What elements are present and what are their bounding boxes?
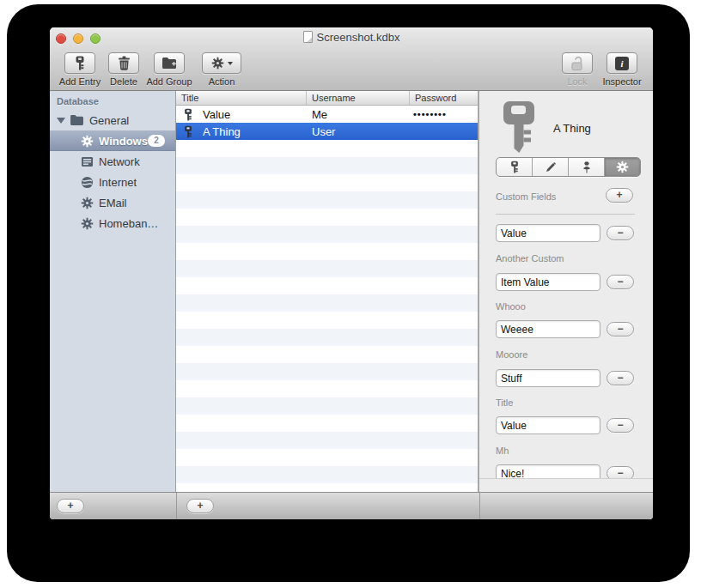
- tab-attachments[interactable]: [569, 158, 605, 176]
- inspector-label: Inspector: [602, 76, 641, 87]
- key-icon: [183, 108, 193, 121]
- key-icon: [183, 125, 193, 138]
- sidebar-section-header: Database: [50, 91, 175, 110]
- action-label: Action: [209, 76, 235, 87]
- gear-icon: [81, 217, 94, 230]
- entry-username: Me: [307, 106, 410, 123]
- custom-field-value-input[interactable]: [496, 416, 600, 434]
- custom-field-value-input[interactable]: [496, 224, 600, 242]
- sidebar-item-windows[interactable]: Windows 2: [50, 130, 175, 151]
- entry-password: ••••••••: [410, 106, 478, 123]
- folder-icon: [70, 114, 84, 126]
- tab-custom-fields[interactable]: [605, 158, 640, 176]
- custom-field-label: Whooo: [496, 301, 526, 312]
- sidebar-item-label: Windows: [99, 135, 148, 148]
- window-title: Screenshot.kdbx: [50, 31, 653, 44]
- table-row[interactable]: Value Me ••••••••: [176, 106, 478, 123]
- sidebar-item-email[interactable]: EMail: [50, 192, 175, 213]
- disclosure-triangle-icon[interactable]: [57, 118, 65, 124]
- entry-key-icon: [500, 101, 538, 155]
- add-entry-label: Add Entry: [59, 76, 101, 87]
- add-entry-bottom-button[interactable]: +: [186, 499, 214, 513]
- entry-username: User: [307, 123, 410, 140]
- sidebar-item-label: Homeban…: [99, 217, 158, 230]
- custom-fields-heading: Custom Fields: [496, 191, 556, 202]
- custom-field-value-input[interactable]: [496, 320, 600, 338]
- document-icon: [303, 31, 313, 43]
- pushpin-icon: [581, 161, 593, 174]
- lock-button[interactable]: Lock: [556, 52, 599, 87]
- column-header-username[interactable]: Username: [307, 91, 410, 105]
- action-button[interactable]: Action: [199, 52, 244, 87]
- sidebar-item-label: General: [89, 114, 129, 127]
- pencil-icon: [545, 161, 557, 173]
- table-header: Title Username Password: [176, 91, 478, 106]
- add-group-button[interactable]: Add Group: [139, 52, 199, 87]
- sidebar-item-homebanking[interactable]: Homeban…: [50, 213, 175, 233]
- app-window: Screenshot.kdbx Add Entry Delete: [50, 27, 653, 519]
- server-icon: [81, 156, 94, 167]
- folder-plus-icon: [162, 57, 177, 70]
- custom-field-value-input[interactable]: [496, 369, 600, 387]
- sidebar-item-internet[interactable]: Internet: [50, 172, 175, 192]
- custom-field-label: Mooore: [496, 349, 527, 360]
- add-group-label: Add Group: [146, 76, 192, 87]
- content-area: Database General Windows 2: [50, 91, 653, 492]
- screenshot-page: Screenshot.kdbx Add Entry Delete: [0, 0, 701, 588]
- sidebar-item-label: Network: [99, 155, 140, 168]
- sidebar-item-general[interactable]: General: [50, 110, 175, 130]
- tab-notes[interactable]: [533, 158, 569, 176]
- remove-field-button[interactable]: −: [607, 275, 634, 289]
- remove-field-button[interactable]: −: [607, 322, 634, 336]
- info-icon: i: [615, 57, 629, 70]
- gear-icon: [81, 135, 94, 148]
- remove-field-button[interactable]: −: [607, 418, 634, 433]
- custom-field-label: Title: [496, 397, 513, 408]
- key-icon: [74, 56, 86, 70]
- custom-field-value-input[interactable]: [496, 464, 600, 479]
- inspector-entry-title: A Thing: [553, 122, 591, 135]
- custom-field-label: Another Custom: [496, 253, 564, 264]
- inspector-panel: A Thing: [479, 91, 653, 492]
- add-group-bottom-button[interactable]: +: [57, 499, 84, 513]
- tab-general[interactable]: [497, 158, 533, 176]
- sidebar-item-label: EMail: [99, 197, 127, 209]
- entry-password: [410, 123, 478, 140]
- column-header-password[interactable]: Password: [410, 91, 478, 105]
- remove-field-button[interactable]: −: [607, 466, 634, 479]
- inspector-tab-bar: [496, 157, 641, 177]
- delete-label: Delete: [110, 76, 137, 87]
- divider: [479, 493, 480, 519]
- table-row-selected[interactable]: A Thing User: [176, 123, 478, 140]
- padlock-open-icon: [570, 56, 584, 71]
- gear-icon: [211, 57, 224, 70]
- add-custom-field-button[interactable]: +: [606, 188, 633, 203]
- remove-field-button[interactable]: −: [607, 371, 634, 385]
- remove-field-button[interactable]: −: [607, 226, 634, 240]
- chevron-down-icon: [228, 62, 233, 65]
- sidebar-item-label: Internet: [99, 176, 137, 189]
- entries-table: Title Username Password Value Me ••••••: [176, 91, 479, 492]
- inspector-button[interactable]: i Inspector: [596, 52, 648, 87]
- table-body: Value Me •••••••• A Thing User: [176, 106, 478, 492]
- custom-field-label: Mh: [496, 446, 509, 456]
- divider: [176, 493, 177, 519]
- entry-count-badge: 2: [148, 135, 165, 147]
- sidebar-item-network[interactable]: Network: [50, 151, 175, 172]
- custom-field-value-input[interactable]: [496, 273, 600, 291]
- custom-fields-list: − Another Custom − Whooo − Mooore − Titl…: [479, 215, 653, 479]
- entry-title: A Thing: [203, 125, 241, 138]
- lock-label: Lock: [567, 76, 587, 87]
- gear-icon: [81, 197, 94, 209]
- window-chrome: Screenshot.kdbx Add Entry Delete: [50, 27, 653, 91]
- add-entry-button[interactable]: Add Entry: [53, 52, 107, 87]
- bottom-bar: + +: [50, 492, 653, 519]
- key-icon: [509, 161, 520, 173]
- entry-title: Value: [203, 108, 230, 121]
- gear-icon: [616, 161, 629, 173]
- group-sidebar: Database General Windows 2: [50, 91, 176, 492]
- column-header-title[interactable]: Title: [176, 91, 307, 105]
- globe-icon: [81, 176, 94, 189]
- trash-icon: [118, 56, 131, 70]
